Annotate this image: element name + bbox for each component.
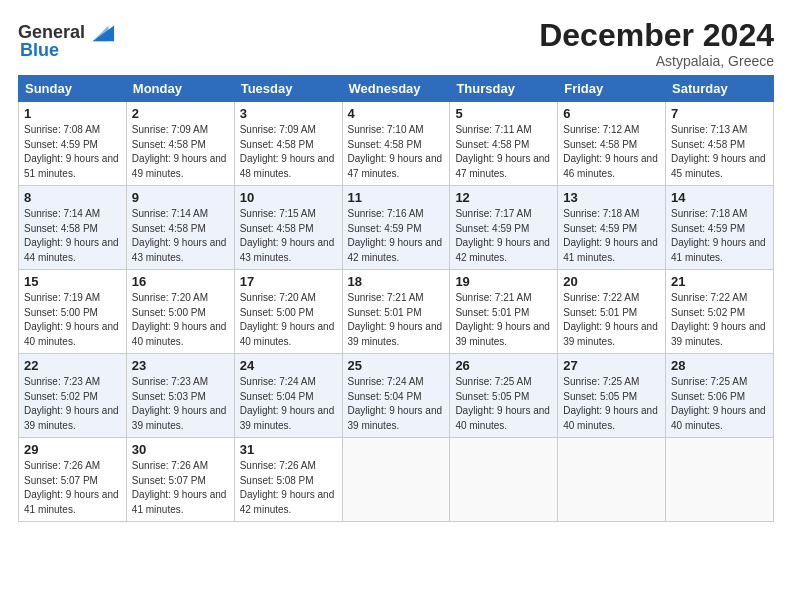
calendar-cell: [450, 438, 558, 522]
cell-info: Sunrise: 7:20 AMSunset: 5:00 PMDaylight:…: [240, 292, 335, 347]
day-number: 9: [132, 190, 229, 205]
day-number: 28: [671, 358, 768, 373]
cell-info: Sunrise: 7:09 AMSunset: 4:58 PMDaylight:…: [240, 124, 335, 179]
calendar-cell: 24 Sunrise: 7:24 AMSunset: 5:04 PMDaylig…: [234, 354, 342, 438]
day-number: 11: [348, 190, 445, 205]
cell-info: Sunrise: 7:22 AMSunset: 5:01 PMDaylight:…: [563, 292, 658, 347]
calendar-cell: 11 Sunrise: 7:16 AMSunset: 4:59 PMDaylig…: [342, 186, 450, 270]
day-number: 15: [24, 274, 121, 289]
weekday-header: Wednesday: [342, 76, 450, 102]
day-number: 17: [240, 274, 337, 289]
calendar-cell: 2 Sunrise: 7:09 AMSunset: 4:58 PMDayligh…: [126, 102, 234, 186]
title-block: December 2024 Astypalaia, Greece: [539, 18, 774, 69]
calendar-cell: 17 Sunrise: 7:20 AMSunset: 5:00 PMDaylig…: [234, 270, 342, 354]
calendar-cell: 28 Sunrise: 7:25 AMSunset: 5:06 PMDaylig…: [666, 354, 774, 438]
calendar-cell: 23 Sunrise: 7:23 AMSunset: 5:03 PMDaylig…: [126, 354, 234, 438]
cell-info: Sunrise: 7:20 AMSunset: 5:00 PMDaylight:…: [132, 292, 227, 347]
weekday-header: Saturday: [666, 76, 774, 102]
calendar-header-row: SundayMondayTuesdayWednesdayThursdayFrid…: [19, 76, 774, 102]
calendar-week-row: 22 Sunrise: 7:23 AMSunset: 5:02 PMDaylig…: [19, 354, 774, 438]
logo-icon: [88, 18, 116, 46]
weekday-header: Tuesday: [234, 76, 342, 102]
calendar-week-row: 15 Sunrise: 7:19 AMSunset: 5:00 PMDaylig…: [19, 270, 774, 354]
cell-info: Sunrise: 7:15 AMSunset: 4:58 PMDaylight:…: [240, 208, 335, 263]
calendar-cell: 8 Sunrise: 7:14 AMSunset: 4:58 PMDayligh…: [19, 186, 127, 270]
cell-info: Sunrise: 7:18 AMSunset: 4:59 PMDaylight:…: [671, 208, 766, 263]
day-number: 12: [455, 190, 552, 205]
cell-info: Sunrise: 7:25 AMSunset: 5:05 PMDaylight:…: [563, 376, 658, 431]
calendar-cell: 6 Sunrise: 7:12 AMSunset: 4:58 PMDayligh…: [558, 102, 666, 186]
day-number: 22: [24, 358, 121, 373]
cell-info: Sunrise: 7:10 AMSunset: 4:58 PMDaylight:…: [348, 124, 443, 179]
cell-info: Sunrise: 7:22 AMSunset: 5:02 PMDaylight:…: [671, 292, 766, 347]
logo: General Blue: [18, 18, 116, 61]
calendar-cell: 4 Sunrise: 7:10 AMSunset: 4:58 PMDayligh…: [342, 102, 450, 186]
cell-info: Sunrise: 7:14 AMSunset: 4:58 PMDaylight:…: [132, 208, 227, 263]
day-number: 23: [132, 358, 229, 373]
cell-info: Sunrise: 7:13 AMSunset: 4:58 PMDaylight:…: [671, 124, 766, 179]
day-number: 29: [24, 442, 121, 457]
day-number: 25: [348, 358, 445, 373]
calendar-cell: [666, 438, 774, 522]
calendar-body: 1 Sunrise: 7:08 AMSunset: 4:59 PMDayligh…: [19, 102, 774, 522]
location: Astypalaia, Greece: [539, 53, 774, 69]
calendar-cell: 10 Sunrise: 7:15 AMSunset: 4:58 PMDaylig…: [234, 186, 342, 270]
day-number: 13: [563, 190, 660, 205]
calendar-cell: 3 Sunrise: 7:09 AMSunset: 4:58 PMDayligh…: [234, 102, 342, 186]
day-number: 26: [455, 358, 552, 373]
day-number: 14: [671, 190, 768, 205]
logo-blue: Blue: [20, 40, 59, 61]
weekday-header: Monday: [126, 76, 234, 102]
calendar-cell: 5 Sunrise: 7:11 AMSunset: 4:58 PMDayligh…: [450, 102, 558, 186]
day-number: 27: [563, 358, 660, 373]
calendar-week-row: 8 Sunrise: 7:14 AMSunset: 4:58 PMDayligh…: [19, 186, 774, 270]
cell-info: Sunrise: 7:18 AMSunset: 4:59 PMDaylight:…: [563, 208, 658, 263]
cell-info: Sunrise: 7:08 AMSunset: 4:59 PMDaylight:…: [24, 124, 119, 179]
header: General Blue December 2024 Astypalaia, G…: [18, 18, 774, 69]
calendar-cell: 26 Sunrise: 7:25 AMSunset: 5:05 PMDaylig…: [450, 354, 558, 438]
day-number: 19: [455, 274, 552, 289]
calendar-cell: 20 Sunrise: 7:22 AMSunset: 5:01 PMDaylig…: [558, 270, 666, 354]
day-number: 4: [348, 106, 445, 121]
calendar-cell: 9 Sunrise: 7:14 AMSunset: 4:58 PMDayligh…: [126, 186, 234, 270]
calendar-table: SundayMondayTuesdayWednesdayThursdayFrid…: [18, 75, 774, 522]
day-number: 16: [132, 274, 229, 289]
calendar-cell: 21 Sunrise: 7:22 AMSunset: 5:02 PMDaylig…: [666, 270, 774, 354]
calendar-cell: [342, 438, 450, 522]
weekday-header: Sunday: [19, 76, 127, 102]
calendar-cell: 12 Sunrise: 7:17 AMSunset: 4:59 PMDaylig…: [450, 186, 558, 270]
calendar-cell: 27 Sunrise: 7:25 AMSunset: 5:05 PMDaylig…: [558, 354, 666, 438]
day-number: 1: [24, 106, 121, 121]
cell-info: Sunrise: 7:19 AMSunset: 5:00 PMDaylight:…: [24, 292, 119, 347]
calendar-cell: 29 Sunrise: 7:26 AMSunset: 5:07 PMDaylig…: [19, 438, 127, 522]
calendar-week-row: 29 Sunrise: 7:26 AMSunset: 5:07 PMDaylig…: [19, 438, 774, 522]
cell-info: Sunrise: 7:24 AMSunset: 5:04 PMDaylight:…: [240, 376, 335, 431]
svg-marker-1: [93, 25, 109, 41]
cell-info: Sunrise: 7:17 AMSunset: 4:59 PMDaylight:…: [455, 208, 550, 263]
day-number: 31: [240, 442, 337, 457]
calendar-cell: 22 Sunrise: 7:23 AMSunset: 5:02 PMDaylig…: [19, 354, 127, 438]
cell-info: Sunrise: 7:26 AMSunset: 5:08 PMDaylight:…: [240, 460, 335, 515]
calendar-cell: 7 Sunrise: 7:13 AMSunset: 4:58 PMDayligh…: [666, 102, 774, 186]
cell-info: Sunrise: 7:21 AMSunset: 5:01 PMDaylight:…: [348, 292, 443, 347]
weekday-header: Thursday: [450, 76, 558, 102]
cell-info: Sunrise: 7:09 AMSunset: 4:58 PMDaylight:…: [132, 124, 227, 179]
month-year: December 2024: [539, 18, 774, 53]
day-number: 21: [671, 274, 768, 289]
cell-info: Sunrise: 7:23 AMSunset: 5:02 PMDaylight:…: [24, 376, 119, 431]
calendar-cell: [558, 438, 666, 522]
day-number: 5: [455, 106, 552, 121]
cell-info: Sunrise: 7:23 AMSunset: 5:03 PMDaylight:…: [132, 376, 227, 431]
calendar-cell: 30 Sunrise: 7:26 AMSunset: 5:07 PMDaylig…: [126, 438, 234, 522]
calendar-cell: 25 Sunrise: 7:24 AMSunset: 5:04 PMDaylig…: [342, 354, 450, 438]
cell-info: Sunrise: 7:25 AMSunset: 5:05 PMDaylight:…: [455, 376, 550, 431]
day-number: 20: [563, 274, 660, 289]
weekday-header: Friday: [558, 76, 666, 102]
calendar-cell: 14 Sunrise: 7:18 AMSunset: 4:59 PMDaylig…: [666, 186, 774, 270]
calendar-cell: 13 Sunrise: 7:18 AMSunset: 4:59 PMDaylig…: [558, 186, 666, 270]
day-number: 8: [24, 190, 121, 205]
calendar-cell: 1 Sunrise: 7:08 AMSunset: 4:59 PMDayligh…: [19, 102, 127, 186]
cell-info: Sunrise: 7:21 AMSunset: 5:01 PMDaylight:…: [455, 292, 550, 347]
day-number: 6: [563, 106, 660, 121]
day-number: 10: [240, 190, 337, 205]
